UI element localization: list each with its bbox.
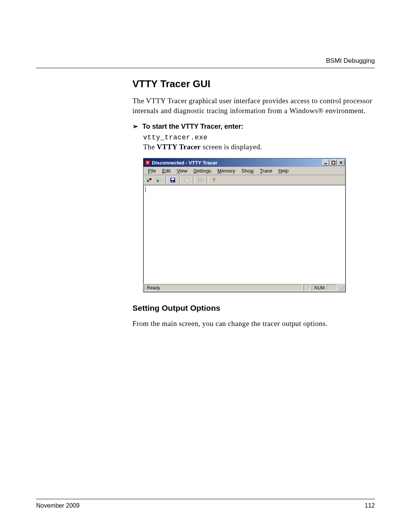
heading-setting-output-options: Setting Output Options xyxy=(132,304,375,313)
status-pane-blank1 xyxy=(303,284,311,291)
svg-text:?: ? xyxy=(212,177,216,183)
svg-rect-10 xyxy=(171,178,174,180)
toolbar-connect-button[interactable]: t xyxy=(145,176,154,185)
footer-page-number: 112 xyxy=(365,502,375,509)
statusbar: Ready NUM xyxy=(143,283,345,292)
toolbar-disconnect-button[interactable]: t xyxy=(155,176,164,185)
toolbar-separator xyxy=(166,176,167,184)
svg-rect-7 xyxy=(159,178,161,180)
svg-rect-12 xyxy=(173,181,174,182)
main-content: VTTY Tracer GUI The VTTY Tracer graphica… xyxy=(132,78,375,329)
svg-rect-3 xyxy=(147,180,149,182)
svg-text:t: t xyxy=(157,178,158,180)
menu-memory[interactable]: Memory xyxy=(214,168,238,174)
page-header: BSMI Debugging xyxy=(36,57,375,68)
svg-rect-2 xyxy=(332,161,335,164)
app-icon xyxy=(145,160,150,165)
svg-rect-4 xyxy=(150,178,151,180)
menu-settings[interactable]: Settings xyxy=(190,168,214,174)
toolbar: t t xyxy=(143,175,345,185)
toolbar-save-button[interactable] xyxy=(168,176,177,185)
minimize-button[interactable] xyxy=(322,160,329,166)
svg-rect-14 xyxy=(186,179,188,182)
result-text: The VTTY Tracer screen is displayed. xyxy=(143,143,375,151)
figure-vtty-tracer-window: Disconnected - VTTY Tracer xyxy=(143,158,375,292)
footer-rule xyxy=(36,499,375,499)
window-title: Disconnected - VTTY Tracer xyxy=(152,160,322,166)
section2-body: From the main screen, you can change the… xyxy=(132,319,375,329)
arrow-icon: ➢ xyxy=(132,122,138,131)
titlebar[interactable]: Disconnected - VTTY Tracer xyxy=(143,158,345,167)
menu-view[interactable]: View xyxy=(174,168,190,174)
menu-help[interactable]: Help xyxy=(276,168,292,174)
app-window: Disconnected - VTTY Tracer xyxy=(143,158,346,292)
menu-edit[interactable]: Edit xyxy=(159,168,174,174)
menubar: File Edit View Settings Memory Show Trac… xyxy=(143,167,345,175)
instruction-label: To start the VTTY Tracer, enter: xyxy=(142,123,243,130)
intro-paragraph: The VTTY Tracer graphical user interface… xyxy=(132,96,375,115)
command-code: vtty_tracer.exe xyxy=(143,134,375,141)
toolbar-help-button[interactable]: ? xyxy=(209,176,218,185)
footer-date: November 2009 xyxy=(36,502,80,509)
header-rule xyxy=(36,68,375,68)
menu-trace[interactable]: Trace xyxy=(257,168,276,174)
menu-file[interactable]: File xyxy=(145,168,159,174)
status-numlock: NUM xyxy=(312,284,325,291)
page-footer: November 2009 112 xyxy=(36,499,375,509)
svg-rect-1 xyxy=(324,163,327,164)
svg-rect-16 xyxy=(198,179,202,181)
window-controls xyxy=(322,160,344,166)
status-ready: Ready xyxy=(144,284,303,291)
maximize-button[interactable] xyxy=(330,160,337,166)
toolbar-separator xyxy=(179,176,181,184)
svg-rect-6 xyxy=(157,180,159,182)
text-cursor-icon xyxy=(145,187,146,192)
heading-vtty-tracer-gui: VTTY Tracer GUI xyxy=(132,78,375,90)
toolbar-copy-button[interactable] xyxy=(182,176,191,185)
header-section-label: BSMI Debugging xyxy=(36,57,375,65)
instruction-line: ➢ To start the VTTY Tracer, enter: xyxy=(132,122,375,131)
toolbar-separator xyxy=(207,176,208,184)
close-button[interactable] xyxy=(338,160,344,166)
toolbar-separator xyxy=(193,176,194,184)
svg-rect-17 xyxy=(199,181,202,182)
svg-text:t: t xyxy=(147,178,148,180)
resize-grip-icon[interactable] xyxy=(338,285,344,291)
client-area[interactable] xyxy=(143,185,345,283)
svg-rect-15 xyxy=(199,178,202,179)
status-pane-blank2 xyxy=(326,284,337,291)
toolbar-print-button[interactable] xyxy=(196,176,205,185)
menu-show[interactable]: Show xyxy=(238,168,257,174)
